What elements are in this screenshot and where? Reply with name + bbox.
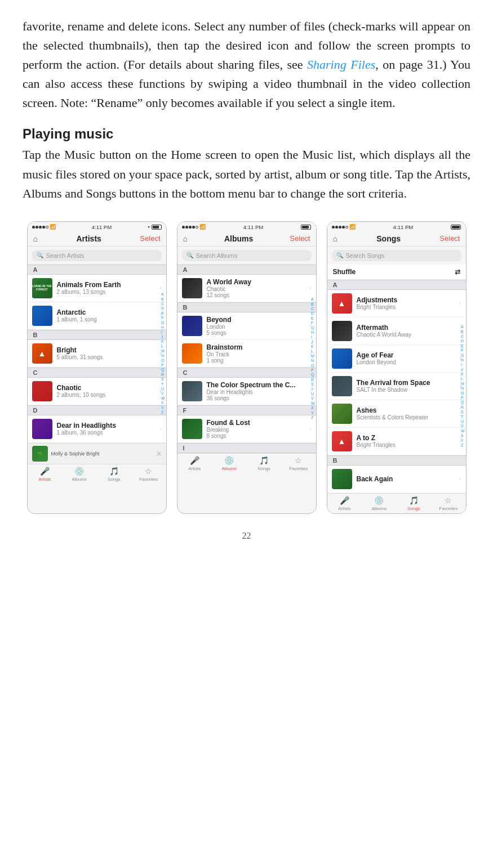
tab-artists-icon-2: 🎤	[190, 456, 199, 465]
tab-artists-1[interactable]: 🎤 Artists	[28, 467, 63, 482]
sub-beyond: London	[207, 324, 308, 330]
info-atoz: A to Z Bright Triangles	[357, 434, 458, 448]
section-header-c-artists: C	[28, 368, 166, 378]
list-item-color-spectrum[interactable]: The Color Spectrum the C... Dear in Head…	[177, 378, 316, 405]
list-item-ashes[interactable]: Ashes Scientists & Colors Repeater ›	[327, 400, 466, 428]
list-item-antarctic[interactable]: Antarctic 1 album, 1 song ›	[28, 302, 166, 330]
notif-thumb-1: 🌿	[32, 446, 48, 462]
tab-favorites-2[interactable]: ☆ Favorites	[281, 456, 316, 471]
shuffle-row[interactable]: Shuffle ⇄	[327, 265, 466, 280]
search-bar-2[interactable]: 🔍 Search Albums	[182, 250, 312, 261]
notif-bar-1: 🌿 Molly & Sophie Bright ✕	[28, 443, 166, 464]
info-color-spectrum: The Color Spectrum the C... Dear in Head…	[207, 381, 308, 401]
name-aftermath: Aftermath	[357, 324, 458, 332]
name-arrival: The Arrival from Space	[357, 379, 458, 387]
list-item-chaotic[interactable]: Chaotic 2 albums, 10 songs ›	[28, 378, 166, 405]
sub-color-spectrum: Dear in Headlights	[207, 389, 308, 395]
tab-favorites-1[interactable]: ☆ Favorites	[131, 467, 166, 482]
dot3-3	[339, 226, 341, 229]
list-item-adjustments[interactable]: ▲ Adjustments Bright Triangles ›	[327, 290, 466, 317]
list-item-brainstorm[interactable]: Brainstorm On Track 1 song ›	[177, 340, 316, 368]
sub-bright: 5 album, 31 songs	[57, 354, 158, 360]
battery-icon-1: ▪	[148, 224, 149, 230]
sharing-files-link[interactable]: Sharing Files	[307, 57, 375, 71]
sub-chaotic: 2 albums, 10 songs	[57, 392, 158, 398]
thumb-aftermath	[332, 321, 352, 341]
tab-artists-label-1: Artists	[38, 477, 51, 482]
name-dear: Dear in Headlights	[57, 422, 158, 429]
list-item-back-again[interactable]: Back Again ›	[327, 466, 466, 493]
dot5-3	[345, 226, 348, 229]
thumb-antarctic	[32, 306, 52, 326]
notif-close-1[interactable]: ✕	[156, 450, 162, 458]
sub-adjustments: Bright Triangles	[357, 304, 458, 310]
list-item-aftermath[interactable]: Aftermath Chaotic A World Away ›	[327, 317, 466, 345]
tab-artists-3[interactable]: 🎤 Artists	[327, 496, 362, 511]
list-item-arrival[interactable]: The Arrival from Space SALT In the Shado…	[327, 373, 466, 400]
dot2	[35, 226, 38, 229]
alpha-sidebar-2[interactable]: ABC DEF GHI JKL MNO PQR STU VWX YZ	[311, 265, 315, 453]
phone-songs: 📶 4:11 PM ⌂ Songs Select 🔍 Search Songs	[327, 221, 467, 514]
bottom-tabs-2: 🎤 Artists 💿 Albums 🎵 Songs ☆ Favorites	[177, 453, 316, 473]
list-item-animals[interactable]: LIVING IN THE FOREST Animals From Earth …	[28, 275, 166, 302]
tab-favorites-icon-1: ☆	[145, 467, 152, 476]
list-item-bright[interactable]: ▲ Bright 5 album, 31 songs ›	[28, 340, 166, 368]
tab-songs-1[interactable]: 🎵 Songs	[97, 467, 132, 482]
sub-world-away: Chaotic	[207, 286, 308, 292]
nav-bar-1: ⌂ Artists Select	[28, 231, 166, 247]
bottom-tabs-3: 🎤 Artists 💿 Albums 🎵 Songs ☆ Favorites	[327, 493, 466, 513]
tab-artists-icon-3: 🎤	[340, 496, 349, 505]
search-bar-3[interactable]: 🔍 Search Songs	[332, 250, 461, 261]
nav-bar-2: ⌂ Albums Select	[177, 231, 316, 247]
list-item-atoz[interactable]: ▲ A to Z Bright Triangles ›	[327, 428, 466, 455]
list-item-world-away[interactable]: A World Away Chaotic 12 songs ›	[177, 275, 316, 302]
status-bar-1: 📶 4:11 PM ▪	[28, 222, 166, 231]
list-item-dear[interactable]: Dear in Headlights 1 album, 36 songs ›	[28, 415, 166, 443]
home-icon-1[interactable]: ⌂	[33, 234, 38, 243]
dot4-2	[192, 226, 195, 229]
sub-brainstorm: On Track	[207, 351, 308, 357]
search-icon-1: 🔍	[37, 252, 43, 258]
name-adjustments: Adjustments	[357, 296, 458, 304]
tab-favorites-icon-2: ☆	[295, 456, 302, 465]
alpha-sidebar-1[interactable]: ABC DEF GHI JKL MNO PQR STU VWX YZ	[161, 265, 165, 443]
info-antarctic: Antarctic 1 album, 1 song	[57, 308, 158, 323]
list-item-found-lost[interactable]: Found & Lost Breaking 8 songs ›	[177, 415, 316, 443]
nav-select-3[interactable]: Select	[439, 234, 460, 243]
thumb-arrival	[332, 376, 352, 396]
section-heading: Playing music	[23, 126, 470, 142]
nav-select-2[interactable]: Select	[290, 234, 310, 243]
time-1: 4:11 PM	[92, 224, 112, 230]
search-bar-1[interactable]: 🔍 Search Artists	[32, 250, 162, 261]
dot3-2	[189, 226, 192, 229]
tab-albums-1[interactable]: 💿 Albums	[62, 467, 97, 482]
thumb-world-away	[182, 278, 202, 298]
info-animals: Animals From Earth 2 albums, 13 songs	[57, 281, 158, 295]
status-left-2: 📶	[182, 224, 206, 230]
home-icon-3[interactable]: ⌂	[333, 234, 337, 243]
tab-artists-2[interactable]: 🎤 Artists	[177, 456, 212, 471]
tab-songs-icon-1: 🎵	[109, 467, 119, 476]
tab-albums-3[interactable]: 💿 Albums	[362, 496, 397, 511]
tab-songs-2[interactable]: 🎵 Songs	[247, 456, 282, 471]
list-item-beyond[interactable]: Beyond London 5 songs ›	[177, 312, 316, 340]
status-left-3: 📶	[332, 224, 356, 230]
list-item-age-of-fear[interactable]: Age of Fear London Beyond ›	[327, 345, 466, 373]
wifi-icon-3: 📶	[349, 224, 356, 230]
tab-favorites-3[interactable]: ☆ Favorites	[431, 496, 466, 511]
nav-select-1[interactable]: Select	[140, 234, 160, 243]
home-icon-2[interactable]: ⌂	[183, 234, 188, 243]
dot3	[39, 226, 42, 229]
tab-albums-label-2: Albums	[221, 466, 237, 471]
tab-songs-3[interactable]: 🎵 Songs	[397, 496, 432, 511]
status-right-3	[451, 225, 461, 230]
signal-dots-3	[332, 226, 348, 229]
thumb-dear	[32, 419, 52, 439]
tab-albums-2[interactable]: 💿 Albums	[212, 456, 247, 471]
section-header-b-albums: B	[177, 302, 316, 312]
page-content: favorite, rename and delete icons. Selec…	[0, 0, 493, 563]
thumb-atoz: ▲	[332, 431, 352, 451]
alpha-sidebar-3[interactable]: ABC DEF GHI JKL MNO PQR STU VWX YZ	[461, 280, 465, 493]
dot1	[32, 226, 35, 229]
nav-title-2: Albums	[224, 234, 253, 243]
